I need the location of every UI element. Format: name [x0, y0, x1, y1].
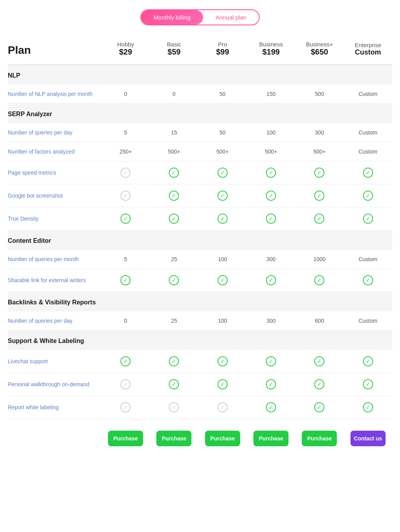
check-green-icon: ✓ [314, 168, 324, 178]
plan-name-basic: Basic [150, 41, 198, 48]
fv-td-3: ✓ [247, 214, 295, 224]
fv-gb-3: ✓ [247, 191, 295, 201]
fv-serp-q-1: 15 [150, 129, 198, 136]
fv-gb-0: ✓ [101, 191, 150, 201]
fv-pw-0: ✓ [101, 379, 150, 389]
fv-serp-f-1: 500+ [150, 148, 198, 155]
check-green-icon: ✓ [120, 356, 131, 366]
fv-lc-4: ✓ [295, 356, 343, 366]
section-title-content-editor: Content Editor [8, 237, 101, 244]
plan-col-businessplus: Business+ $650 [295, 41, 343, 57]
plan-price-pro: $99 [198, 48, 247, 57]
fv-bl-q-4: 600 [295, 318, 343, 324]
fv-pw-4: ✓ [295, 379, 343, 389]
fv-wl-0: ✓ [101, 402, 150, 412]
feature-name-google-bot: Google bot screenshot [8, 193, 101, 199]
feature-val-nlp-3: 150 [247, 91, 295, 97]
check-green-icon: ✓ [218, 356, 228, 366]
check-gray-icon: ✓ [120, 191, 131, 201]
check-green-icon: ✓ [314, 379, 324, 389]
fv-td-5: ✓ [344, 214, 392, 224]
contact-us-button[interactable]: Contact us [350, 431, 386, 446]
fv-wl-2: ✓ [198, 402, 247, 412]
fv-serp-q-0: 5 [101, 129, 150, 136]
plan-col-enterprise: Enterprise Custom [344, 42, 392, 57]
check-green-icon: ✓ [314, 356, 324, 366]
fv-pw-5: ✓ [344, 379, 392, 389]
fv-pw-2: ✓ [198, 379, 247, 389]
section-serp: SERP Analyzer [8, 104, 392, 123]
fv-ps-4: ✓ [295, 168, 343, 178]
feature-name-bl-queries: Number of queries per day [8, 318, 101, 324]
feature-name-sharable: Sharable link for external writers [8, 277, 101, 283]
fv-lc-1: ✓ [150, 356, 198, 366]
check-green-icon: ✓ [169, 275, 179, 285]
fv-sl-2: ✓ [198, 275, 247, 285]
fv-ce-q-0: 5 [101, 256, 150, 262]
fv-bl-q-2: 100 [198, 318, 247, 324]
btn-col-2: Purchase [198, 431, 247, 446]
plan-price-enterprise: Custom [344, 48, 392, 57]
table-header: Plan Hobby $29 Basic $59 Pro $99 Busines… [8, 41, 392, 65]
check-green-icon: ✓ [218, 379, 228, 389]
plan-label: Plan [8, 44, 101, 57]
check-green-icon: ✓ [266, 214, 276, 224]
feature-row-google-bot: Google bot screenshot ✓ ✓ ✓ ✓ ✓ ✓ [8, 184, 392, 207]
section-support: Support & White Labeling [8, 331, 392, 350]
fv-serp-q-2: 50 [198, 129, 247, 136]
purchase-button-business[interactable]: Purchase [253, 431, 288, 446]
purchase-button-hobby[interactable]: Purchase [108, 431, 143, 446]
fv-wl-1: ✓ [150, 402, 198, 412]
check-gray-icon: ✓ [169, 402, 179, 412]
fv-td-1: ✓ [150, 214, 198, 224]
plan-name-businessplus: Business+ [295, 41, 343, 48]
monthly-billing-button[interactable]: Monthly billing [141, 10, 203, 25]
check-green-icon: ✓ [169, 191, 179, 201]
btn-col-5: Contact us [344, 431, 392, 446]
check-gray-icon: ✓ [218, 402, 228, 412]
feature-name-white-label: Report white labeling [8, 404, 101, 410]
check-green-icon: ✓ [218, 191, 228, 201]
section-backlinks: Backlinks & Visibility Reports [8, 292, 392, 311]
feature-row-nlp-analysis: Number of NLP analysis per month 0 0 50 … [8, 85, 392, 104]
fv-ps-5: ✓ [344, 168, 392, 178]
feature-val-nlp-0: 0 [101, 91, 150, 97]
section-title-backlinks: Backlinks & Visibility Reports [8, 299, 101, 306]
check-green-icon: ✓ [169, 168, 179, 178]
check-green-icon: ✓ [314, 402, 324, 412]
check-green-icon: ✓ [218, 168, 228, 178]
fv-td-2: ✓ [198, 214, 247, 224]
fv-lc-2: ✓ [198, 356, 247, 366]
purchase-button-basic[interactable]: Purchase [156, 431, 191, 446]
fv-lc-5: ✓ [344, 356, 392, 366]
purchase-button-businessplus[interactable]: Purchase [302, 431, 337, 446]
feature-row-sharable: Sharable link for external writers ✓ ✓ ✓… [8, 269, 392, 292]
fv-serp-q-3: 100 [247, 129, 295, 136]
check-green-icon: ✓ [218, 214, 228, 224]
check-green-icon: ✓ [363, 214, 373, 224]
feature-name-livechat: Livechat support [8, 358, 101, 364]
plan-col-business: Business $199 [247, 41, 295, 57]
fv-serp-q-4: 300 [295, 129, 343, 136]
fv-lc-0: ✓ [101, 356, 150, 366]
plan-col-basic: Basic $59 [150, 41, 198, 57]
check-gray-icon: ✓ [120, 168, 131, 178]
plan-price-businessplus: $650 [295, 48, 343, 57]
feature-val-nlp-2: 50 [198, 91, 247, 97]
fv-serp-f-3: 500+ [247, 148, 295, 155]
buttons-row: Purchase Purchase Purchase Purchase Purc… [8, 419, 392, 454]
fv-sl-3: ✓ [247, 275, 295, 285]
fv-ps-2: ✓ [198, 168, 247, 178]
check-green-icon: ✓ [169, 356, 179, 366]
annual-plan-button[interactable]: Annual plan [203, 10, 259, 25]
fv-ps-0: ✓ [101, 168, 150, 178]
purchase-button-pro[interactable]: Purchase [205, 431, 240, 446]
feature-name-nlp-analysis: Number of NLP analysis per month [8, 91, 101, 97]
check-green-icon: ✓ [169, 214, 179, 224]
fv-sl-0: ✓ [101, 275, 150, 285]
check-green-icon: ✓ [266, 356, 276, 366]
fv-gb-1: ✓ [150, 191, 198, 201]
fv-sl-4: ✓ [295, 275, 343, 285]
fv-ps-1: ✓ [150, 168, 198, 178]
check-green-icon: ✓ [266, 168, 276, 178]
